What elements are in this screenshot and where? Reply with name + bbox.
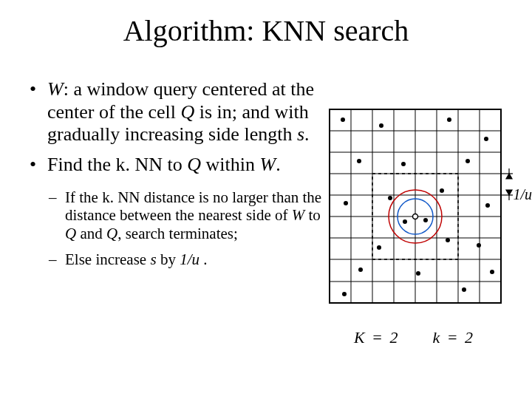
label-1u: 1/u bbox=[513, 186, 532, 202]
svg-point-22 bbox=[447, 117, 451, 122]
text: to bbox=[304, 206, 321, 224]
svg-point-23 bbox=[484, 137, 488, 141]
var-Q: Q bbox=[180, 101, 194, 123]
bullet-2: Find the k. NN to Q within W. bbox=[47, 154, 325, 177]
svg-point-20 bbox=[341, 117, 345, 122]
text: . bbox=[276, 154, 281, 175]
svg-point-35 bbox=[477, 243, 481, 248]
var-Q: Q bbox=[65, 225, 76, 242]
text: . bbox=[304, 123, 310, 145]
sub-bullet-1: If the k. NN distance is no larger than … bbox=[65, 188, 325, 243]
svg-marker-45 bbox=[506, 174, 512, 179]
text: Else increase bbox=[65, 250, 150, 268]
text: by bbox=[157, 250, 180, 268]
svg-point-29 bbox=[440, 188, 444, 193]
svg-point-26 bbox=[466, 159, 470, 163]
svg-point-30 bbox=[485, 203, 490, 208]
svg-point-25 bbox=[401, 162, 406, 166]
svg-point-28 bbox=[388, 196, 392, 200]
svg-point-31 bbox=[403, 219, 407, 224]
svg-point-40 bbox=[342, 292, 347, 296]
u-label: 1/u bbox=[513, 186, 532, 203]
svg-point-19 bbox=[413, 214, 418, 219]
cap-K: K = 2 bbox=[354, 328, 400, 347]
svg-point-32 bbox=[423, 218, 428, 222]
text: Find the k. NN to bbox=[47, 154, 187, 175]
svg-point-24 bbox=[357, 159, 361, 163]
slide-body: W: a window query centered at the center… bbox=[22, 78, 325, 276]
var-Q: Q bbox=[187, 154, 201, 175]
sub-bullet-list: If the k. NN distance is no larger than … bbox=[22, 188, 325, 269]
bullet-1: W: a window query centered at the center… bbox=[47, 78, 325, 146]
svg-point-38 bbox=[462, 287, 466, 292]
svg-point-21 bbox=[379, 123, 383, 128]
svg-marker-46 bbox=[506, 190, 512, 195]
svg-point-27 bbox=[344, 201, 348, 205]
var-s: s bbox=[297, 123, 304, 145]
var-1u: 1/u bbox=[180, 250, 200, 268]
svg-point-33 bbox=[377, 245, 381, 250]
var-Q: Q bbox=[106, 225, 117, 242]
svg-point-36 bbox=[358, 267, 363, 272]
var-W: W bbox=[292, 206, 305, 224]
text: within bbox=[201, 154, 259, 175]
text: If the k. NN distance is no larger than … bbox=[65, 188, 321, 225]
text: and bbox=[76, 225, 106, 242]
grid-diagram bbox=[324, 103, 531, 325]
slide-title: Algorithm: KNN search bbox=[0, 13, 532, 48]
var-W: W bbox=[47, 78, 64, 100]
text: . bbox=[200, 250, 208, 268]
bullet-list: W: a window query centered at the center… bbox=[22, 78, 325, 177]
figure-caption: K = 2 k = 2 bbox=[324, 328, 505, 347]
text: , search terminates; bbox=[117, 225, 238, 242]
svg-point-37 bbox=[416, 271, 420, 276]
cap-k: k = 2 bbox=[432, 328, 474, 347]
svg-point-34 bbox=[446, 238, 450, 242]
knn-figure: 1/u K = 2 k = 2 bbox=[324, 103, 531, 347]
slide: Algorithm: KNN search W: a window query … bbox=[0, 0, 532, 399]
svg-point-39 bbox=[490, 270, 494, 274]
sub-bullet-2: Else increase s by 1/u . bbox=[65, 250, 325, 269]
var-W: W bbox=[259, 154, 276, 175]
var-s: s bbox=[150, 250, 156, 268]
